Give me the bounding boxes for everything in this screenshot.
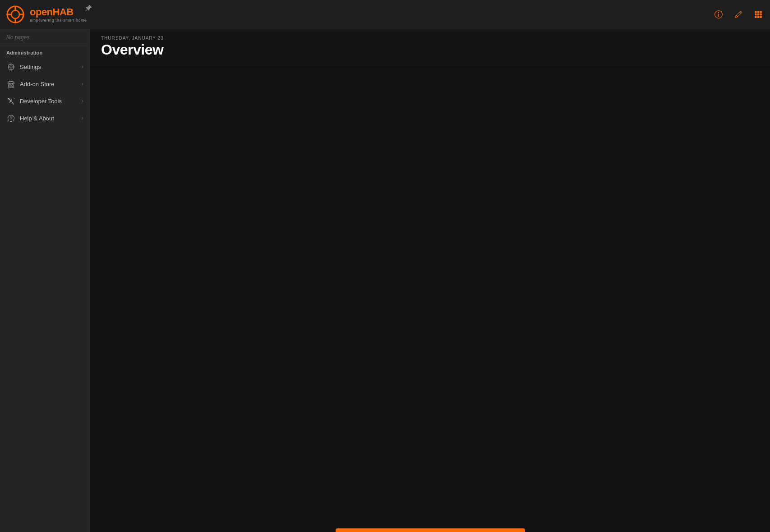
content-date: THURSDAY, JANUARY 23 bbox=[101, 36, 759, 41]
sidebar-item-addon-store[interactable]: Add-on Store › bbox=[0, 75, 90, 92]
sidebar-item-help-about[interactable]: Help & About › bbox=[0, 110, 90, 127]
info-button[interactable] bbox=[712, 8, 725, 21]
logo-open: open bbox=[30, 6, 53, 18]
logo-tagline: empowering the smart home bbox=[30, 18, 87, 23]
help-about-label: Help & About bbox=[20, 115, 80, 122]
content-title: Overview bbox=[101, 41, 759, 58]
addon-store-label: Add-on Store bbox=[20, 81, 80, 87]
logo-area: openHAB empowering the smart home bbox=[5, 5, 87, 24]
logo-hab: HAB bbox=[53, 6, 74, 18]
settings-label: Settings bbox=[20, 64, 80, 70]
no-pages-label: No pages bbox=[0, 29, 90, 46]
logo-text: openHAB empowering the smart home bbox=[30, 6, 87, 23]
developer-tools-chevron-icon: › bbox=[82, 98, 83, 104]
addon-store-chevron-icon: › bbox=[82, 81, 83, 87]
logo-name: openHAB bbox=[30, 6, 87, 18]
addon-store-icon bbox=[6, 79, 15, 88]
administration-section-title: Administration bbox=[0, 46, 90, 58]
content-body bbox=[90, 65, 770, 532]
help-about-chevron-icon: › bbox=[82, 115, 83, 121]
developer-tools-label: Developer Tools bbox=[20, 98, 80, 105]
layout-button[interactable] bbox=[752, 8, 765, 21]
openhab-logo-icon bbox=[5, 5, 25, 24]
content-header: THURSDAY, JANUARY 23 Overview bbox=[90, 29, 770, 65]
sidebar: No pages Administration Settings › Add-o… bbox=[0, 29, 90, 532]
top-bar-right bbox=[712, 8, 765, 21]
sidebar-item-settings[interactable]: Settings › bbox=[0, 58, 90, 75]
svg-point-1 bbox=[11, 10, 19, 18]
settings-icon bbox=[6, 62, 15, 71]
edit-button[interactable] bbox=[732, 8, 745, 21]
content-area: THURSDAY, JANUARY 23 Overview bbox=[90, 29, 770, 532]
developer-tools-icon bbox=[6, 96, 15, 105]
sidebar-item-developer-tools[interactable]: Developer Tools › bbox=[0, 92, 90, 110]
bottom-action-bar[interactable] bbox=[336, 528, 525, 532]
settings-chevron-icon: › bbox=[82, 64, 83, 70]
top-bar: openHAB empowering the smart home bbox=[0, 0, 770, 29]
main-layout: No pages Administration Settings › Add-o… bbox=[0, 29, 770, 532]
pin-button[interactable] bbox=[85, 5, 92, 14]
help-about-icon bbox=[6, 114, 15, 123]
